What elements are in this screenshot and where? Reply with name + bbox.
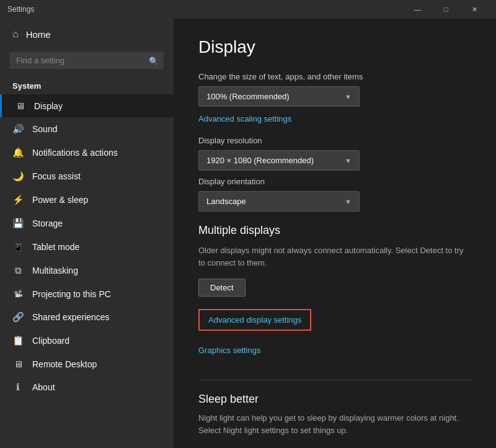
sidebar-item-focus[interactable]: 🌙 Focus assist (0, 164, 174, 188)
resolution-dropdown[interactable]: 1920 × 1080 (Recommended) ▼ (198, 150, 360, 171)
multiple-displays-desc: Older displays might not always connect … (198, 244, 471, 269)
sidebar-item-multitasking-label: Multitasking (32, 266, 78, 276)
sidebar-item-notifications-label: Notifications & actions (32, 148, 118, 158)
home-label: Home (26, 29, 51, 40)
sidebar-item-clipboard[interactable]: 📋 Clipboard (0, 329, 174, 352)
orientation-value: Landscape (206, 197, 246, 206)
sidebar: ⌂ Home 🔍 System 🖥 Display 🔊 Sound 🔔 Noti… (0, 19, 174, 448)
titlebar: Settings — □ ✕ (0, 0, 496, 19)
sidebar-item-tablet[interactable]: 📱 Tablet mode (0, 235, 174, 259)
about-icon: ℹ (12, 382, 24, 393)
sidebar-item-tablet-label: Tablet mode (32, 242, 79, 252)
minimize-button[interactable]: — (403, 0, 432, 19)
text-size-label: Change the size of text, apps, and other… (198, 72, 471, 81)
graphics-link[interactable]: Graphics settings (198, 346, 260, 355)
sidebar-item-remote[interactable]: 🖥 Remote Desktop (0, 352, 174, 375)
sidebar-item-display[interactable]: 🖥 Display (0, 94, 174, 117)
orientation-arrow: ▼ (345, 198, 352, 205)
sidebar-item-shared-label: Shared experiences (32, 312, 110, 322)
clipboard-icon: 📋 (12, 335, 24, 346)
sidebar-item-about-label: About (32, 382, 55, 392)
orientation-label: Display orientation (198, 177, 471, 186)
divider (198, 380, 471, 380)
sidebar-item-notifications[interactable]: 🔔 Notifications & actions (0, 141, 174, 164)
sidebar-item-clipboard-label: Clipboard (32, 336, 69, 346)
sidebar-item-remote-label: Remote Desktop (32, 359, 97, 369)
multitasking-icon: ⧉ (12, 265, 24, 276)
sidebar-item-home[interactable]: ⌂ Home (0, 19, 174, 50)
sidebar-item-focus-label: Focus assist (32, 171, 81, 181)
remote-icon: 🖥 (12, 359, 24, 369)
sidebar-item-display-label: Display (34, 101, 63, 111)
sidebar-item-storage-label: Storage (32, 218, 63, 228)
search-input[interactable] (10, 52, 164, 69)
home-icon: ⌂ (12, 29, 19, 40)
close-button[interactable]: ✕ (460, 0, 489, 19)
titlebar-title: Settings (7, 5, 403, 14)
sidebar-item-multitasking[interactable]: ⧉ Multitasking (0, 259, 174, 282)
sidebar-item-shared[interactable]: 🔗 Shared experiences (0, 305, 174, 329)
display-icon: 🖥 (14, 101, 25, 111)
sleep-heading: Sleep better (198, 393, 471, 406)
storage-icon: 💾 (12, 218, 24, 229)
shared-icon: 🔗 (12, 311, 24, 323)
resolution-value: 1920 × 1080 (Recommended) (206, 156, 314, 165)
sidebar-item-power[interactable]: ⚡ Power & sleep (0, 188, 174, 212)
sidebar-item-sound[interactable]: 🔊 Sound (0, 117, 174, 141)
power-icon: ⚡ (12, 194, 24, 205)
projecting-icon: 📽 (12, 289, 24, 299)
text-size-dropdown[interactable]: 100% (Recommended) ▼ (198, 86, 360, 107)
sidebar-item-projecting-label: Projecting to this PC (32, 289, 111, 299)
text-size-value: 100% (Recommended) (206, 92, 290, 101)
resolution-label: Display resolution (198, 136, 471, 145)
sidebar-section-label: System (0, 76, 174, 94)
page-title: Display (198, 37, 471, 57)
sidebar-item-about[interactable]: ℹ About (0, 375, 174, 399)
search-container: 🔍 (10, 52, 164, 69)
titlebar-controls: — □ ✕ (403, 0, 489, 19)
maximize-button[interactable]: □ (432, 0, 460, 19)
resolution-arrow: ▼ (345, 157, 352, 164)
sleep-desc: Night light can help you get to sleep by… (198, 412, 471, 436)
orientation-dropdown[interactable]: Landscape ▼ (198, 191, 360, 212)
advanced-display-link[interactable]: Advanced display settings (198, 309, 311, 331)
focus-icon: 🌙 (12, 171, 24, 182)
text-size-arrow: ▼ (345, 93, 352, 101)
sidebar-item-projecting[interactable]: 📽 Projecting to this PC (0, 282, 174, 305)
search-icon: 🔍 (149, 56, 159, 65)
main-content: Display Change the size of text, apps, a… (174, 19, 496, 448)
tablet-icon: 📱 (12, 241, 24, 253)
detect-button[interactable]: Detect (198, 279, 246, 297)
advanced-scaling-link[interactable]: Advanced scaling settings (198, 114, 291, 123)
notifications-icon: 🔔 (12, 147, 24, 158)
sound-icon: 🔊 (12, 123, 24, 135)
app-body: ⌂ Home 🔍 System 🖥 Display 🔊 Sound 🔔 Noti… (0, 19, 496, 448)
sidebar-item-storage[interactable]: 💾 Storage (0, 212, 174, 235)
multiple-displays-heading: Multiple displays (198, 224, 471, 237)
sidebar-item-power-label: Power & sleep (32, 195, 88, 205)
sidebar-item-sound-label: Sound (32, 124, 57, 134)
